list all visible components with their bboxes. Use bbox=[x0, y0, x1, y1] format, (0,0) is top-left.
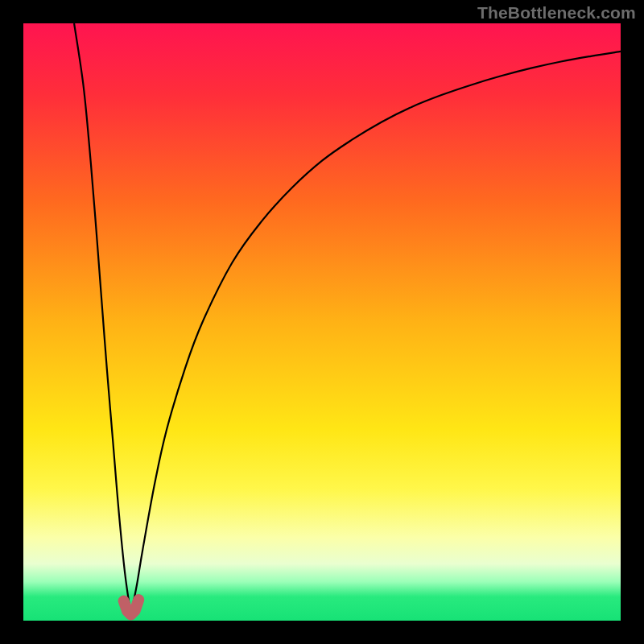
gradient-background bbox=[23, 23, 621, 621]
chart-frame: TheBottleneck.com bbox=[0, 0, 644, 644]
watermark-text: TheBottleneck.com bbox=[477, 3, 636, 23]
chart-svg bbox=[23, 23, 621, 621]
plot-area bbox=[23, 23, 621, 621]
